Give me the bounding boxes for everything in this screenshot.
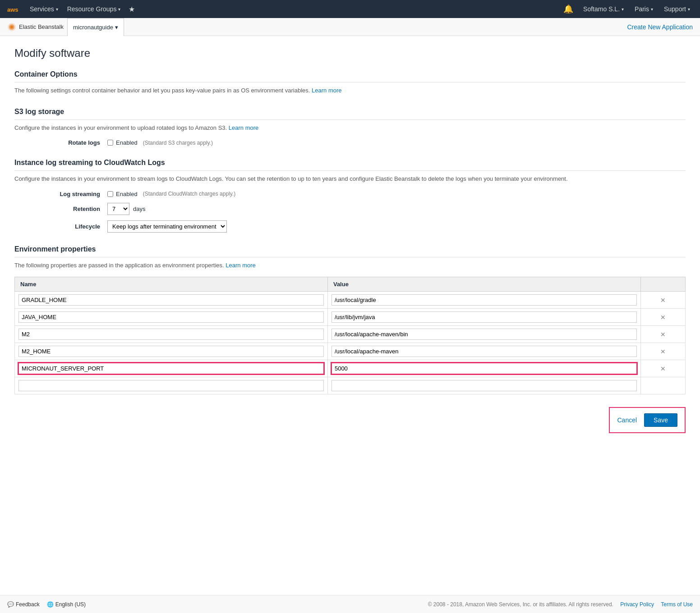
feedback-label: Feedback — [16, 601, 40, 608]
log-streaming-enabled-text: Enabled — [116, 191, 138, 197]
log-streaming-checkbox[interactable] — [107, 191, 113, 197]
rotate-logs-row: Rotate logs Enabled (Standard S3 charges… — [14, 139, 686, 146]
create-new-application-link[interactable]: Create New Application — [627, 23, 693, 31]
app-name-label: micronautguide — [73, 24, 113, 31]
lifecycle-label: Lifecycle — [41, 223, 100, 230]
retention-select[interactable]: 7 1 3 5 14 30 — [107, 203, 129, 215]
support-nav-item[interactable]: Support ▾ — [659, 0, 695, 18]
lifecycle-row: Lifecycle Keep logs after terminating en… — [14, 220, 686, 233]
aws-logo[interactable]: aws — [5, 2, 20, 16]
env-properties-desc: The following properties are passed in t… — [14, 261, 686, 270]
log-streaming-checkbox-label[interactable]: Enabled — [107, 191, 138, 197]
sub-nav: Elastic Beanstalk micronautguide ▾ Creat… — [0, 18, 700, 36]
env-name-input-1[interactable] — [18, 311, 324, 323]
svg-point-4 — [10, 26, 13, 28]
delete-row-button-4[interactable]: ✕ — [659, 364, 668, 373]
env-properties-section: Environment properties The following pro… — [14, 245, 686, 395]
resource-groups-chevron-icon: ▾ — [118, 7, 120, 12]
retention-label: Retention — [41, 206, 100, 212]
copyright-text: © 2008 - 2018, Amazon Web Services, Inc.… — [428, 601, 613, 608]
env-value-input-2[interactable] — [332, 329, 637, 340]
env-value-input-5[interactable] — [332, 380, 637, 391]
table-row — [15, 377, 686, 394]
cloudwatch-standard-note: (Standard CloudWatch charges apply.) — [143, 191, 235, 197]
app-tab-chevron-icon: ▾ — [115, 24, 118, 31]
account-chevron-icon: ▾ — [622, 7, 624, 12]
page-title: Modify software — [14, 47, 686, 59]
app-tab[interactable]: micronautguide ▾ — [67, 18, 124, 36]
globe-icon: 🌐 — [47, 601, 54, 608]
retention-row: Retention 7 1 3 5 14 30 days — [14, 203, 686, 215]
notifications-bell-icon[interactable]: 🔔 — [560, 4, 577, 14]
actions-wrapper: Cancel Save — [14, 407, 686, 448]
account-nav-item[interactable]: Softamo S.L. ▾ — [579, 0, 628, 18]
table-row: ✕ — [15, 292, 686, 309]
top-nav: aws Services ▾ Resource Groups ▾ ★ 🔔 Sof… — [0, 0, 700, 18]
env-name-input-3[interactable] — [18, 346, 324, 357]
container-options-title: Container Options — [14, 70, 686, 82]
support-chevron-icon: ▾ — [688, 7, 690, 12]
table-row: ✕ — [15, 309, 686, 326]
log-streaming-control: Enabled (Standard CloudWatch charges app… — [107, 191, 235, 197]
delete-row-button-1[interactable]: ✕ — [659, 313, 668, 322]
footer-left: 💬 Feedback 🌐 English (US) — [7, 601, 86, 608]
account-label: Softamo S.L. — [583, 5, 620, 13]
save-button[interactable]: Save — [644, 413, 677, 427]
log-streaming-section: Instance log streaming to CloudWatch Log… — [14, 159, 686, 233]
language-button[interactable]: 🌐 English (US) — [47, 601, 86, 608]
s3-standard-note: (Standard S3 charges apply.) — [143, 140, 213, 146]
region-label: Paris — [635, 5, 649, 13]
favorites-star-icon[interactable]: ★ — [125, 5, 138, 14]
env-name-input-4[interactable] — [18, 363, 324, 374]
brand-name: Elastic Beanstalk — [19, 23, 64, 30]
env-properties-title: Environment properties — [14, 245, 686, 257]
log-streaming-desc: Configure the instances in your environm… — [14, 174, 686, 183]
terms-of-use-link[interactable]: Terms of Use — [661, 601, 693, 608]
lifecycle-select[interactable]: Keep logs after terminating environment … — [107, 220, 227, 233]
s3-learn-more[interactable]: Learn more — [229, 124, 258, 131]
footer-right: © 2008 - 2018, Amazon Web Services, Inc.… — [428, 601, 693, 608]
action-column-header — [640, 277, 685, 292]
privacy-policy-link[interactable]: Privacy Policy — [620, 601, 654, 608]
env-value-input-1[interactable] — [332, 311, 637, 323]
nav-right: 🔔 Softamo S.L. ▾ Paris ▾ Support ▾ — [560, 0, 695, 18]
cancel-button[interactable]: Cancel — [617, 416, 637, 424]
table-row: ✕ — [15, 360, 686, 377]
env-name-input-2[interactable] — [18, 329, 324, 340]
support-label: Support — [664, 5, 686, 13]
days-label: days — [133, 206, 145, 212]
rotate-logs-enabled-text: Enabled — [116, 139, 138, 146]
table-row: ✕ — [15, 343, 686, 360]
services-label: Services — [30, 5, 54, 13]
svg-text:aws: aws — [7, 6, 18, 13]
delete-row-button-3[interactable]: ✕ — [659, 347, 668, 356]
name-column-header: Name — [15, 277, 328, 292]
resource-groups-nav-item[interactable]: Resource Groups ▾ — [63, 0, 125, 18]
s3-log-storage-title: S3 log storage — [14, 108, 686, 120]
services-nav-item[interactable]: Services ▾ — [25, 0, 63, 18]
language-label: English (US) — [55, 601, 86, 608]
env-properties-learn-more[interactable]: Learn more — [226, 262, 255, 269]
region-chevron-icon: ▾ — [651, 7, 653, 12]
delete-row-button-2[interactable]: ✕ — [659, 330, 668, 339]
lifecycle-control: Keep logs after terminating environment … — [107, 220, 227, 233]
delete-row-button-0[interactable]: ✕ — [659, 296, 668, 305]
env-name-input-0[interactable] — [18, 294, 324, 306]
value-column-header: Value — [327, 277, 640, 292]
rotate-logs-checkbox-label[interactable]: Enabled — [107, 139, 138, 146]
brand-link[interactable]: Elastic Beanstalk — [7, 23, 64, 32]
container-options-desc: The following settings control container… — [14, 86, 686, 95]
feedback-button[interactable]: 💬 Feedback — [7, 601, 40, 608]
s3-log-storage-section: S3 log storage Configure the instances i… — [14, 108, 686, 146]
region-nav-item[interactable]: Paris ▾ — [630, 0, 658, 18]
env-name-input-5[interactable] — [18, 380, 324, 391]
rotate-logs-checkbox[interactable] — [107, 140, 113, 146]
feedback-icon: 💬 — [7, 601, 14, 608]
env-properties-table: Name Value ✕✕✕✕✕ — [14, 277, 686, 394]
env-value-input-3[interactable] — [332, 346, 637, 357]
env-value-input-0[interactable] — [332, 294, 637, 306]
env-value-input-4[interactable] — [332, 363, 637, 374]
resource-groups-label: Resource Groups — [67, 5, 117, 13]
container-options-learn-more[interactable]: Learn more — [312, 87, 341, 94]
log-streaming-row: Log streaming Enabled (Standard CloudWat… — [14, 191, 686, 197]
